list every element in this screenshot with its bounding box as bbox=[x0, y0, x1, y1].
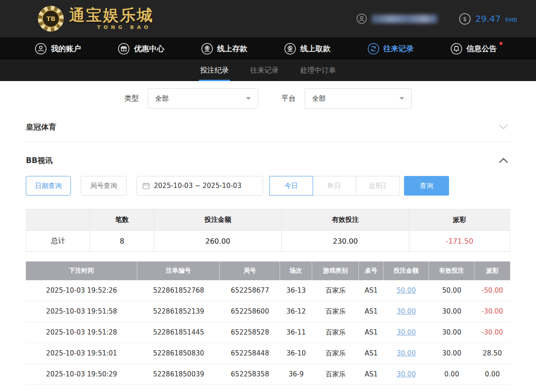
top-header: TB 通宝娱乐城 TONG BAO $ 29.47 RMB bbox=[0, 0, 536, 37]
nav-item-my-account[interactable]: 我的账户 bbox=[35, 43, 81, 55]
balance-amount: 29.47 bbox=[475, 13, 501, 24]
round-query-button[interactable]: 局号查询 bbox=[81, 176, 127, 196]
cell-payout: 0.00 bbox=[474, 364, 510, 384]
dollar-icon: $ bbox=[459, 13, 471, 25]
cell-bet-time: 2025-10-03 19:50:29 bbox=[26, 364, 137, 384]
cell-bet-time: 2025-10-03 19:51:58 bbox=[26, 301, 137, 322]
table-row: 2025-10-03 19:51:58 522861852139 6522586… bbox=[26, 301, 510, 322]
nav-item-withdraw[interactable]: $ 线上取款 bbox=[284, 43, 330, 55]
type-select[interactable]: 全部 bbox=[148, 88, 258, 109]
cell-valid-bet: 30.00 bbox=[429, 301, 474, 322]
cell-payout: -50.00 bbox=[474, 280, 510, 301]
tab-transaction-records[interactable]: 往来记录 bbox=[249, 60, 280, 81]
table-row: 2025-10-03 19:50:29 522861850039 6522583… bbox=[26, 364, 510, 385]
cell-bet-id: 522861852139 bbox=[137, 301, 220, 322]
svg-text:¥: ¥ bbox=[206, 45, 208, 50]
table-row: 2025-10-03 19:52:26 522861852768 6522586… bbox=[26, 280, 510, 301]
user-account[interactable] bbox=[356, 13, 437, 24]
cell-bet-time: 2025-10-03 19:52:26 bbox=[26, 280, 137, 301]
balance-currency: RMB bbox=[505, 17, 517, 23]
summary-count-value: 8 bbox=[90, 230, 154, 251]
cell-table-no: AS1 bbox=[359, 322, 383, 343]
caret-down-icon bbox=[400, 97, 404, 100]
platform-select-value: 全部 bbox=[312, 94, 326, 103]
brand-subtitle: TONG BAO bbox=[97, 24, 154, 30]
nav-item-promotions[interactable]: 优惠中心 bbox=[118, 43, 164, 55]
brand-name: 通宝娱乐城 bbox=[69, 8, 154, 23]
cell-session: 36-10 bbox=[280, 343, 312, 363]
cell-valid-bet: 30.00 bbox=[429, 343, 474, 363]
notification-dot bbox=[499, 42, 503, 45]
nav-label: 线上存款 bbox=[217, 44, 247, 54]
cell-table-no: AS1 bbox=[359, 343, 383, 363]
tab-label: 投注纪录 bbox=[200, 66, 229, 75]
table-header-row: 下注时间 注单编号 局号 场次 游戏类别 桌号 投注金额 有效投注 派彩 bbox=[26, 261, 510, 280]
cell-round-id: 652258600 bbox=[220, 301, 280, 322]
cell-game-type: 百家乐 bbox=[312, 322, 359, 343]
calendar-icon bbox=[142, 182, 150, 190]
summary-total-label: 总计 bbox=[26, 230, 90, 251]
date-range-input[interactable]: 2025-10-03 ~ 2025-10-03 bbox=[136, 176, 263, 196]
cell-bet-time: 2025-10-03 19:51:28 bbox=[26, 322, 137, 343]
cell-bet-time: 2025-10-03 19:51:01 bbox=[26, 343, 137, 363]
tab-pending-orders[interactable]: 处理中订单 bbox=[299, 60, 337, 81]
type-label: 类型 bbox=[124, 94, 139, 103]
search-button[interactable]: 查询 bbox=[404, 176, 449, 196]
cell-session: 36-13 bbox=[280, 280, 312, 301]
cell-round-id: 652258448 bbox=[220, 343, 280, 363]
summary-header-row: 笔数 投注金额 有效投注 派彩 bbox=[26, 209, 510, 230]
chip-logo-icon: TB bbox=[38, 6, 64, 32]
section-crown-sports[interactable]: 皇冠体育 bbox=[26, 118, 510, 136]
date-query-button[interactable]: 日期查询 bbox=[26, 176, 71, 196]
nav-item-deposit[interactable]: ¥ 线上存款 bbox=[201, 43, 247, 55]
tab-label: 处理中订单 bbox=[300, 66, 336, 75]
tab-bet-records[interactable]: 投注纪录 bbox=[199, 60, 230, 81]
cell-game-type: 百家乐 bbox=[312, 280, 359, 301]
cell-valid-bet: 50.00 bbox=[429, 280, 474, 301]
today-button[interactable]: 今日 bbox=[269, 176, 313, 196]
section-title: BB视讯 bbox=[26, 155, 53, 166]
cell-bet-id: 522861850039 bbox=[137, 364, 220, 384]
cell-bet-id: 522861851445 bbox=[137, 322, 220, 343]
summary-header-count: 笔数 bbox=[90, 209, 154, 230]
cell-valid-bet: 0.00 bbox=[429, 364, 474, 384]
section-divider bbox=[26, 142, 510, 142]
col-payout: 派彩 bbox=[474, 261, 510, 280]
section-bb-video[interactable]: BB视讯 bbox=[26, 151, 510, 170]
col-game-type: 游戏类别 bbox=[312, 261, 359, 280]
nav-item-announcements[interactable]: 信息公告 bbox=[450, 43, 497, 55]
bet-amount-link[interactable]: 30.00 bbox=[383, 343, 429, 363]
bet-amount-link[interactable]: 30.00 bbox=[383, 322, 429, 343]
summary-bet-value: 260.00 bbox=[154, 230, 282, 251]
records-icon bbox=[367, 43, 379, 55]
nav-item-transactions[interactable]: 往来记录 bbox=[367, 43, 414, 55]
query-controls: 日期查询 局号查询 2025-10-03 ~ 2025-10-03 今日 昨日 … bbox=[26, 176, 510, 196]
user-icon bbox=[35, 43, 47, 55]
platform-select[interactable]: 全部 bbox=[305, 88, 412, 109]
bet-amount-link[interactable]: 30.00 bbox=[383, 364, 429, 384]
col-table-no: 桌号 bbox=[359, 261, 383, 280]
bet-amount-link[interactable]: 50.00 bbox=[383, 280, 429, 301]
brand-logo: TB 通宝娱乐城 TONG BAO bbox=[38, 6, 154, 32]
cell-table-no: AS1 bbox=[359, 280, 383, 301]
summary-header-blank bbox=[26, 209, 90, 230]
cell-session: 36-9 bbox=[280, 364, 312, 384]
svg-text:$: $ bbox=[463, 16, 466, 22]
nav-label: 优惠中心 bbox=[134, 44, 164, 54]
cell-bet-id: 522861852768 bbox=[137, 280, 220, 301]
col-bet-amount: 投注金额 bbox=[383, 261, 429, 280]
cell-session: 36-11 bbox=[280, 322, 312, 343]
cell-round-id: 652258677 bbox=[220, 280, 280, 301]
table-row: 2025-10-03 19:51:01 522861850830 6522584… bbox=[26, 343, 510, 364]
cell-game-type: 百家乐 bbox=[312, 343, 359, 363]
yesterday-button[interactable]: 昨日 bbox=[313, 176, 356, 196]
chevron-up-icon[interactable] bbox=[497, 155, 510, 165]
chevron-down-icon[interactable] bbox=[497, 122, 510, 132]
deposit-icon: ¥ bbox=[201, 43, 213, 55]
bet-amount-link[interactable]: 30.00 bbox=[383, 301, 429, 322]
cell-game-type: 百家乐 bbox=[312, 301, 359, 322]
avatar-icon bbox=[356, 13, 367, 24]
summary-valid-value: 230.00 bbox=[282, 230, 409, 251]
wallet-balance[interactable]: $ 29.47 RMB bbox=[459, 13, 517, 25]
last-8-days-button[interactable]: 近8日 bbox=[356, 176, 400, 196]
